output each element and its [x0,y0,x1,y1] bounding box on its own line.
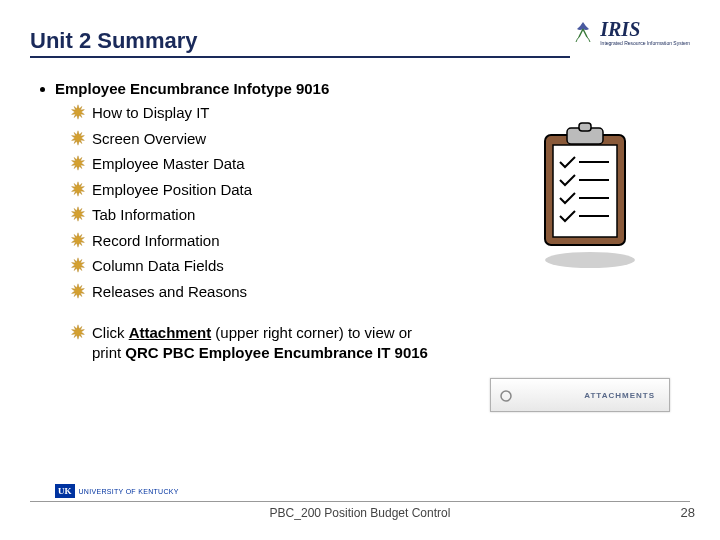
list-item-text: Employee Master Data [92,154,245,174]
burst-icon [70,232,86,248]
list-item-text: Releases and Reasons [92,282,247,302]
iris-logo-subtext: Integrated Resource Information System [600,41,690,46]
burst-icon [70,155,86,171]
burst-icon [70,206,86,222]
attachments-tab-label: ATTACHMENTS [580,389,659,402]
burst-icon [70,283,86,299]
attachment-note: Click Attachment (upper right corner) to… [70,323,460,362]
burst-icon [70,104,86,120]
page-number: 28 [681,505,695,520]
burst-icon [70,324,86,340]
burst-icon [70,181,86,197]
main-bullet-text: Employee Encumbrance Infotype 9016 [55,80,329,97]
list-item-text: Screen Overview [92,129,206,149]
list-item: Releases and Reasons [70,282,460,302]
list-item: Tab Information [70,205,460,225]
list-item: Employee Position Data [70,180,460,200]
footer-title: PBC_200 Position Budget Control [0,506,720,520]
footer-divider [30,501,690,502]
sub-list: How to Display IT Screen Overview Employ… [70,103,460,362]
list-item: Column Data Fields [70,256,460,276]
clipboard-illustration [525,120,645,270]
attach-text-pre: Click [92,324,129,341]
attach-text-bold2: QRC PBC Employee Encumbrance IT 9016 [125,344,428,361]
burst-icon [70,130,86,146]
burst-icon [70,257,86,273]
attach-text-bold1: Attachment [129,324,212,341]
list-item: How to Display IT [70,103,460,123]
iris-logo: IRIS Integrated Resource Information Sys… [570,18,690,46]
bullet-dot-icon [40,87,45,92]
list-item: Employee Master Data [70,154,460,174]
slide-title: Unit 2 Summary [30,28,570,58]
list-item-text: Employee Position Data [92,180,252,200]
svg-rect-4 [579,123,591,131]
list-item-text: How to Display IT [92,103,210,123]
list-item-text: Record Information [92,231,220,251]
list-item-text: Column Data Fields [92,256,224,276]
list-item: Screen Overview [70,129,460,149]
iris-logo-text: IRIS [600,18,690,41]
content-region: Employee Encumbrance Infotype 9016 How t… [40,80,460,368]
uk-logo: UK UNIVERSITY OF KENTUCKY [55,484,179,498]
ring-icon [499,389,513,403]
list-item: Record Information [70,231,460,251]
svg-point-0 [545,252,635,268]
attachment-note-text: Click Attachment (upper right corner) to… [92,323,432,362]
main-bullet: Employee Encumbrance Infotype 9016 [40,80,460,97]
svg-point-9 [501,391,511,401]
list-item-text: Tab Information [92,205,195,225]
uk-logo-text: UNIVERSITY OF KENTUCKY [79,488,179,495]
uk-logo-mark: UK [55,484,75,498]
svg-rect-2 [553,145,617,237]
iris-flower-icon [570,19,596,45]
attachments-screenshot: ATTACHMENTS [490,378,670,412]
